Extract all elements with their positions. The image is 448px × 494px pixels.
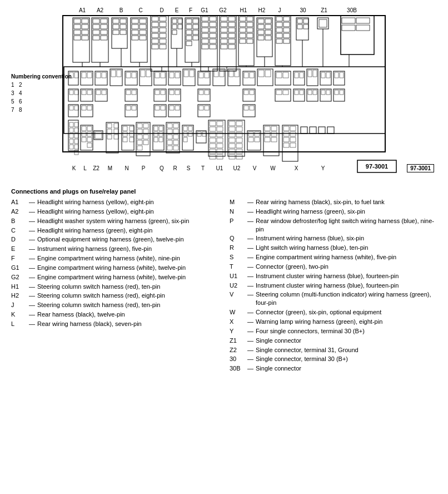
- svg-rect-307: [107, 135, 112, 139]
- svg-rect-171: [170, 72, 174, 78]
- entry-dash: —: [247, 244, 253, 252]
- svg-rect-305: [107, 124, 112, 128]
- svg-rect-145: [356, 18, 370, 23]
- svg-rect-94: [221, 22, 227, 27]
- diagram-code: 97-3001: [407, 164, 434, 172]
- svg-rect-249: [82, 106, 86, 110]
- svg-rect-327: [143, 140, 148, 145]
- svg-rect-135: [283, 39, 290, 43]
- svg-text:K: K: [72, 165, 76, 171]
- svg-text:L: L: [83, 165, 87, 171]
- svg-rect-95: [221, 28, 227, 32]
- svg-rect-169: [161, 72, 165, 78]
- svg-rect-395: [271, 132, 277, 136]
- list-item: R—Light switch wiring harness (blue), te…: [230, 244, 437, 252]
- list-item: M—Rear wiring harness (black), six-pin, …: [230, 198, 437, 206]
- entry-dash: —: [29, 217, 35, 225]
- list-item: L—Rear wiring harness (black), seven-pin: [11, 320, 218, 328]
- svg-rect-408: [318, 127, 325, 134]
- entry-key: Q: [230, 234, 245, 243]
- entry-dash: —: [247, 281, 253, 290]
- entry-key: X: [230, 318, 245, 326]
- svg-rect-48: [140, 30, 146, 34]
- svg-rect-409: [327, 127, 334, 134]
- entry-key: 30B: [230, 364, 245, 373]
- svg-rect-299: [87, 132, 92, 136]
- svg-rect-84: [202, 39, 208, 43]
- svg-text:G1: G1: [201, 7, 208, 13]
- svg-rect-404: [290, 137, 296, 142]
- svg-rect-53: [152, 28, 158, 32]
- svg-text:B: B: [120, 7, 123, 13]
- svg-rect-272: [74, 122, 78, 127]
- entry-dash: —: [29, 226, 35, 235]
- entry-key: F: [11, 254, 27, 263]
- svg-rect-396: [271, 137, 277, 142]
- svg-rect-196: [300, 72, 303, 78]
- svg-rect-33: [101, 36, 107, 40]
- svg-rect-21: [82, 19, 88, 23]
- svg-rect-265: [250, 106, 254, 110]
- svg-rect-213: [96, 90, 101, 95]
- entry-dash: —: [29, 208, 35, 216]
- svg-rect-186: [244, 72, 248, 78]
- entry-dash: —: [29, 245, 35, 253]
- entry-key: V: [230, 290, 245, 307]
- svg-rect-267: [69, 122, 73, 127]
- svg-rect-45: [132, 36, 138, 40]
- svg-rect-46: [140, 19, 146, 23]
- list-item: P—Rear window defroster/fog light switch…: [230, 217, 437, 234]
- svg-rect-172: [175, 72, 180, 78]
- svg-rect-406: [301, 127, 307, 134]
- list-item: D—Optional equipment wiring harness (gre…: [11, 235, 218, 244]
- svg-rect-394: [271, 126, 277, 131]
- svg-rect-23: [82, 30, 88, 34]
- entry-dash: —: [247, 337, 253, 345]
- entry-dash: —: [29, 292, 35, 300]
- list-item: S—Engine compartment wiring harness (whi…: [230, 253, 437, 261]
- svg-text:G2: G2: [219, 7, 227, 13]
- svg-rect-103: [228, 39, 235, 43]
- entry-key: N: [230, 208, 245, 216]
- svg-rect-358: [210, 132, 216, 137]
- entry-val: Steering column switch harness (red), te…: [37, 301, 218, 309]
- svg-rect-90: [210, 39, 216, 43]
- svg-rect-302: [94, 131, 103, 140]
- svg-rect-260: [198, 105, 210, 117]
- svg-rect-330: [154, 132, 158, 136]
- svg-rect-354: [202, 132, 206, 136]
- svg-rect-177: [199, 72, 203, 78]
- svg-rect-209: [81, 89, 93, 101]
- svg-rect-324: [143, 124, 148, 128]
- svg-rect-331: [154, 137, 158, 142]
- svg-rect-54: [152, 33, 158, 38]
- svg-rect-99: [228, 17, 235, 21]
- svg-rect-114: [247, 33, 253, 38]
- svg-rect-270: [69, 139, 73, 144]
- svg-rect-309: [114, 129, 118, 134]
- entry-val: Rear wiring harness (black), seven-pin: [37, 320, 218, 328]
- svg-rect-218: [154, 89, 166, 101]
- svg-rect-401: [283, 143, 289, 147]
- svg-rect-344: [173, 140, 178, 145]
- entry-val: Headlight washer system wiring harness (…: [37, 217, 218, 225]
- entry-dash: —: [247, 234, 253, 243]
- svg-rect-35: [113, 19, 119, 23]
- svg-rect-158: [110, 69, 122, 86]
- svg-rect-345: [173, 146, 178, 150]
- svg-text:Z1: Z1: [321, 7, 327, 13]
- svg-rect-381: [236, 138, 242, 142]
- svg-rect-134: [283, 33, 290, 38]
- svg-rect-56: [152, 45, 158, 49]
- entry-val: Instrument wiring harness (blue), six-pi…: [256, 234, 437, 243]
- svg-rect-314: [123, 137, 127, 142]
- svg-rect-253: [132, 106, 136, 110]
- svg-rect-222: [170, 90, 174, 95]
- entry-dash: —: [247, 208, 253, 216]
- entry-dash: —: [29, 283, 35, 291]
- svg-rect-334: [159, 137, 163, 142]
- svg-text:J: J: [278, 7, 281, 13]
- svg-rect-66: [172, 30, 177, 34]
- svg-rect-61: [160, 39, 166, 43]
- svg-rect-238: [313, 90, 317, 95]
